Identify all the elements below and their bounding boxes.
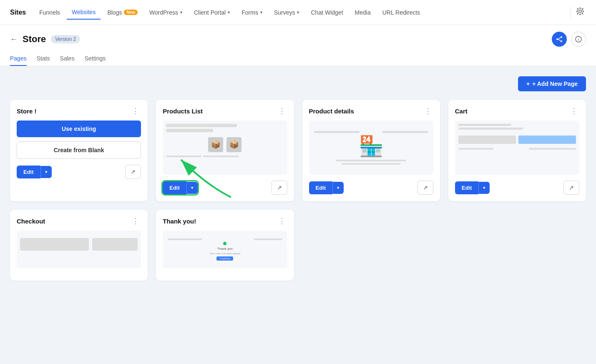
tab-pages[interactable]: Pages — [10, 52, 27, 66]
external-store-button[interactable]: ↗ — [125, 165, 141, 179]
nav-items: Funnels Websites Blogs New WordPress ▾ C… — [34, 5, 567, 20]
thank-you-text: Thank you — [217, 247, 233, 251]
products-list-preview-inner: 📦 📦 — [163, 120, 287, 175]
card-store-header: Store ! ⋮ — [17, 106, 141, 115]
card-cart: Cart ⋮ — [448, 100, 586, 201]
card-thank-you: Thank you! ⋮ Thank you Your order has be… — [156, 210, 294, 281]
card-product-details-more-button[interactable]: ⋮ — [422, 106, 433, 115]
thank-you-content: Thank you Your order has been placed Con… — [210, 242, 241, 261]
blogs-badge: New — [124, 10, 138, 15]
nav-forms[interactable]: Forms ▾ — [236, 6, 267, 19]
cards-row-1-wrapper: Store ! ⋮ Use existing Create from Blank… — [10, 100, 586, 201]
tab-sales[interactable]: Sales — [60, 52, 75, 66]
edit-product-details-button[interactable]: Edit — [309, 181, 333, 194]
add-page-bar: + + Add New Page — [10, 76, 586, 91]
card-store-more-button[interactable]: ⋮ — [130, 106, 141, 115]
edit-cart-dropdown-button[interactable]: ▾ — [478, 182, 490, 194]
edit-products-list-button[interactable]: Edit — [163, 181, 186, 194]
share-icon — [556, 36, 563, 43]
preview-bar-2 — [166, 129, 213, 132]
product-details-preview-inner: 🏪 — [309, 120, 433, 175]
use-existing-button[interactable]: Use existing — [17, 120, 141, 137]
edit-product-details-dropdown-button[interactable]: ▾ — [332, 182, 344, 194]
card-products-list: Products List ⋮ 📦 📦 — [156, 100, 294, 201]
thank-you-subtext: Your order has been placed — [210, 252, 241, 255]
header-actions: i — [552, 32, 586, 47]
sub-tabs: Pages Stats Sales Settings — [10, 52, 586, 66]
gear-icon — [576, 7, 584, 15]
edit-cart-button[interactable]: Edit — [455, 181, 479, 194]
version-badge: Version 2 — [51, 35, 80, 43]
card-checkout-title: Checkout — [17, 218, 45, 225]
wordpress-chevron: ▾ — [180, 10, 182, 15]
card-product-details-actions: Edit ▾ ↗ — [309, 181, 433, 195]
brand-label: Sites — [10, 9, 26, 16]
preview-box-1: 📦 — [208, 137, 223, 152]
nav-surveys[interactable]: Surveys ▾ — [269, 6, 304, 19]
external-product-details-button[interactable]: ↗ — [417, 181, 433, 195]
settings-gear-button[interactable] — [574, 5, 586, 19]
surveys-chevron: ▾ — [297, 10, 299, 15]
nav-divider — [571, 6, 571, 19]
edit-store-button[interactable]: Edit — [17, 166, 40, 178]
edit-btn-group-cart: Edit ▾ — [455, 181, 490, 194]
nav-media[interactable]: Media — [350, 6, 376, 19]
card-products-list-more-button[interactable]: ⋮ — [277, 106, 287, 115]
sub-header-top: ← Store Version 2 i — [10, 32, 586, 47]
svg-point-1 — [561, 40, 562, 42]
card-cart-header: Cart ⋮ — [455, 106, 579, 115]
cards-grid-row1: Store ! ⋮ Use existing Create from Blank… — [10, 100, 586, 201]
external-cart-button[interactable]: ↗ — [563, 181, 579, 195]
tab-stats[interactable]: Stats — [37, 52, 50, 66]
card-checkout-preview — [17, 231, 141, 268]
nav-funnels[interactable]: Funnels — [34, 6, 65, 19]
card-checkout: Checkout ⋮ — [10, 210, 148, 281]
external-products-list-button[interactable]: ↗ — [272, 181, 287, 195]
nav-websites[interactable]: Websites — [67, 5, 101, 20]
nav-url-redirects[interactable]: URL Redirects — [377, 6, 425, 19]
card-store-options: Use existing Create from Blank — [17, 120, 141, 159]
svg-text:i: i — [578, 37, 579, 42]
card-product-details-preview: 🏪 — [309, 120, 433, 175]
svg-point-2 — [556, 38, 558, 40]
nav-client-portal[interactable]: Client Portal ▾ — [189, 6, 235, 19]
svg-point-0 — [561, 36, 562, 38]
card-product-details-title: Product details — [309, 108, 354, 115]
card-store-title: Store ! — [17, 108, 37, 115]
empty-cell-2 — [448, 210, 586, 281]
card-checkout-more-button[interactable]: ⋮ — [130, 216, 141, 226]
nav-chat-widget[interactable]: Chat Widget — [306, 6, 348, 19]
info-icon: i — [575, 36, 582, 43]
share-button[interactable] — [552, 32, 567, 47]
main-content: + + Add New Page Store ! ⋮ Use existing … — [0, 66, 596, 364]
card-products-list-title: Products List — [163, 108, 203, 115]
cart-preview-inner — [455, 120, 579, 175]
info-button[interactable]: i — [571, 32, 586, 47]
edit-btn-group-store: Edit ▾ — [17, 166, 52, 178]
preview-box-2: 📦 — [226, 137, 241, 152]
card-products-list-header: Products List ⋮ — [163, 106, 287, 115]
top-nav: Sites Funnels Websites Blogs New WordPre… — [0, 0, 596, 25]
edit-btn-group-products-list: Edit ▾ — [163, 181, 198, 194]
back-title-group: ← Store Version 2 — [10, 34, 80, 45]
tab-settings[interactable]: Settings — [85, 52, 106, 66]
cards-grid-row2: Checkout ⋮ Thank you! ⋮ — [10, 210, 586, 281]
store-icon: 🏪 — [359, 135, 384, 158]
svg-line-3 — [558, 38, 561, 39]
forms-chevron: ▾ — [260, 10, 262, 15]
thank-you-preview-inner: Thank you Your order has been placed Con… — [163, 231, 287, 268]
card-thank-you-more-button[interactable]: ⋮ — [277, 216, 287, 226]
card-cart-more-button[interactable]: ⋮ — [568, 106, 579, 115]
back-button[interactable]: ← — [10, 35, 18, 44]
sub-header: ← Store Version 2 i Pag — [0, 25, 596, 66]
page-title: Store — [23, 34, 46, 45]
create-blank-button[interactable]: Create from Blank — [17, 141, 141, 159]
nav-wordpress[interactable]: WordPress ▾ — [144, 6, 187, 19]
add-new-page-button[interactable]: + + Add New Page — [518, 76, 586, 91]
card-thank-you-header: Thank you! ⋮ — [163, 216, 287, 226]
edit-products-list-dropdown-button[interactable]: ▾ — [186, 182, 198, 194]
nav-blogs[interactable]: Blogs New — [102, 6, 143, 19]
card-product-details-header: Product details ⋮ — [309, 106, 433, 115]
edit-store-dropdown-button[interactable]: ▾ — [40, 166, 52, 178]
add-new-page-label: + Add New Page — [532, 80, 578, 87]
